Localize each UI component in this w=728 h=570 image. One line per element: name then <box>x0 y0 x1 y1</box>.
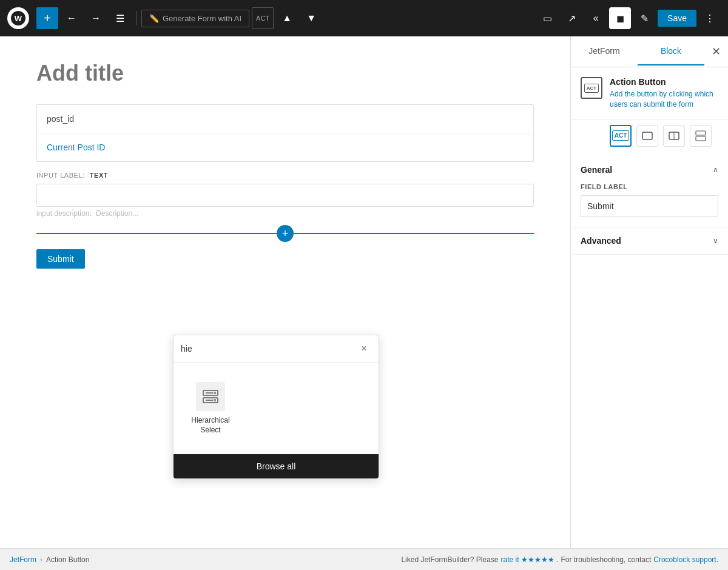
svg-rect-11 <box>696 131 706 135</box>
block-tab[interactable]: Block <box>638 38 704 65</box>
variation-group-icon <box>695 130 707 142</box>
page-title-input[interactable] <box>36 61 534 86</box>
hierarchical-select-block-label: Hierarchical Select <box>188 416 233 435</box>
move-up-button[interactable]: ▲ <box>276 7 298 29</box>
generate-form-button[interactable]: ✏️ Generate Form with AI <box>141 10 249 27</box>
breadcrumb-action-button: Action Button <box>46 555 89 564</box>
submit-button[interactable]: Submit <box>36 249 85 269</box>
more-options-button[interactable]: ⋮ <box>699 7 721 29</box>
rate-label: rate it ★★★★★ <box>501 555 554 564</box>
footer-feedback: Liked JetFormBuilder? Please rate it ★★★… <box>401 555 718 564</box>
layout-button[interactable]: ◼ <box>609 7 631 29</box>
action-icon[interactable]: ACT <box>252 7 274 29</box>
block-search-popup: × <box>173 335 379 479</box>
main-layout: post_id Current Post ID INPUT LABEL: TEX… <box>0 36 728 548</box>
troubleshoot-text: . For troubleshooting, contact <box>557 555 651 564</box>
hierarchical-select-icon <box>196 382 225 411</box>
list-view-button[interactable]: ☰ <box>109 7 131 29</box>
block-search-header: × <box>174 335 379 363</box>
field-label-input[interactable] <box>581 195 718 217</box>
add-block-toolbar-button[interactable]: + <box>36 7 58 29</box>
add-block-line: + <box>36 225 534 242</box>
variation-outline-icon <box>641 130 653 142</box>
editor-area: post_id Current Post ID INPUT LABEL: TEX… <box>0 36 570 548</box>
input-desc-prefix: input description: <box>36 209 92 218</box>
sidebar-tab-bar: JetForm Block ✕ <box>571 36 728 67</box>
variation-split[interactable] <box>663 125 685 147</box>
input-description-row: input description: Description... <box>36 209 534 218</box>
general-section-title: General <box>581 165 612 175</box>
field-label-text: FIELD LABEL <box>581 183 718 190</box>
breadcrumb: JetForm › Action Button <box>10 555 89 564</box>
input-label-prefix: INPUT LABEL: <box>36 172 85 179</box>
svg-rect-8 <box>642 132 652 139</box>
input-label-type: TEXT <box>90 172 108 179</box>
wand-icon: ✏️ <box>149 14 159 23</box>
block-results: Hierarchical Select <box>174 363 379 454</box>
general-section-header[interactable]: General ∧ <box>571 156 728 183</box>
sidebar-close-button[interactable]: ✕ <box>704 36 728 67</box>
rate-link[interactable]: rate it ★★★★★ <box>501 555 554 564</box>
general-section: General ∧ FIELD LABEL <box>571 156 728 227</box>
breadcrumb-jetform-link[interactable]: JetForm <box>10 555 36 564</box>
current-post-id-row: Current Post ID <box>37 133 533 161</box>
block-search-input[interactable] <box>181 344 352 354</box>
browse-all-button[interactable]: Browse all <box>174 454 379 478</box>
collapse-sidebar-button[interactable]: « <box>585 7 607 29</box>
jetform-tab[interactable]: JetForm <box>571 38 638 65</box>
action-block-text: Action Button Add the button by clicking… <box>610 77 718 110</box>
variation-default[interactable]: ACT <box>610 125 632 147</box>
breadcrumb-separator: › <box>40 555 42 564</box>
mobile-preview-button[interactable]: ▭ <box>536 7 558 29</box>
post-id-field-row: post_id <box>37 105 533 133</box>
redo-button[interactable]: → <box>85 7 107 29</box>
external-link-button[interactable]: ↗ <box>561 7 582 29</box>
variation-split-icon <box>668 130 680 142</box>
right-sidebar: JetForm Block ✕ ACT Action Button Add th… <box>570 36 728 548</box>
action-button-description[interactable]: Add the button by clicking which users c… <box>610 89 718 110</box>
hierarchical-select-block-item[interactable]: Hierarchical Select <box>183 375 238 442</box>
advanced-chevron-icon: ∨ <box>713 236 718 245</box>
support-label: Crocoblock support. <box>653 555 718 564</box>
toolbar-separator <box>136 11 136 25</box>
move-down-button[interactable]: ▼ <box>300 7 322 29</box>
undo-button[interactable]: ← <box>61 7 83 29</box>
advanced-section: Advanced ∨ <box>571 227 728 255</box>
block-variations: ACT <box>571 120 728 156</box>
action-button-title: Action Button <box>610 77 718 87</box>
wp-logo[interactable] <box>7 7 29 29</box>
variation-default-icon: ACT <box>612 130 630 141</box>
add-block-button[interactable]: + <box>277 225 294 242</box>
edit-button[interactable]: ✎ <box>633 7 655 29</box>
variation-outline[interactable] <box>636 125 658 147</box>
save-button[interactable]: Save <box>658 10 696 27</box>
advanced-section-title: Advanced <box>581 236 621 246</box>
toolbar-right: ▭ ↗ « ◼ ✎ Save ⋮ <box>536 7 721 29</box>
general-section-content: FIELD LABEL <box>571 183 728 227</box>
support-link[interactable]: Crocoblock support. <box>653 555 718 564</box>
advanced-section-header[interactable]: Advanced ∨ <box>571 227 728 254</box>
block-search-close-button[interactable]: × <box>357 341 371 356</box>
input-desc-placeholder: Description... <box>96 209 138 218</box>
form-block: post_id Current Post ID <box>36 104 534 162</box>
top-toolbar: + ← → ☰ ✏️ Generate Form with AI ACT ▲ ▼… <box>0 0 728 36</box>
action-icon-label: ACT <box>584 84 599 93</box>
svg-rect-12 <box>696 136 706 141</box>
post-id-field-name: post_id <box>47 114 74 124</box>
editor-footer: JetForm › Action Button Liked JetFormBui… <box>0 548 728 570</box>
text-input-field[interactable] <box>36 184 534 207</box>
feedback-text: Liked JetFormBuilder? Please <box>401 555 498 564</box>
general-chevron-icon: ∧ <box>713 166 718 174</box>
generate-form-label: Generate Form with AI <box>163 14 241 23</box>
input-label-row: INPUT LABEL: TEXT <box>36 172 534 179</box>
action-block-icon: ACT <box>581 77 602 99</box>
action-button-block-info: ACT Action Button Add the button by clic… <box>571 67 728 120</box>
current-post-id-label: Current Post ID <box>47 142 105 152</box>
variation-group[interactable] <box>690 125 712 147</box>
